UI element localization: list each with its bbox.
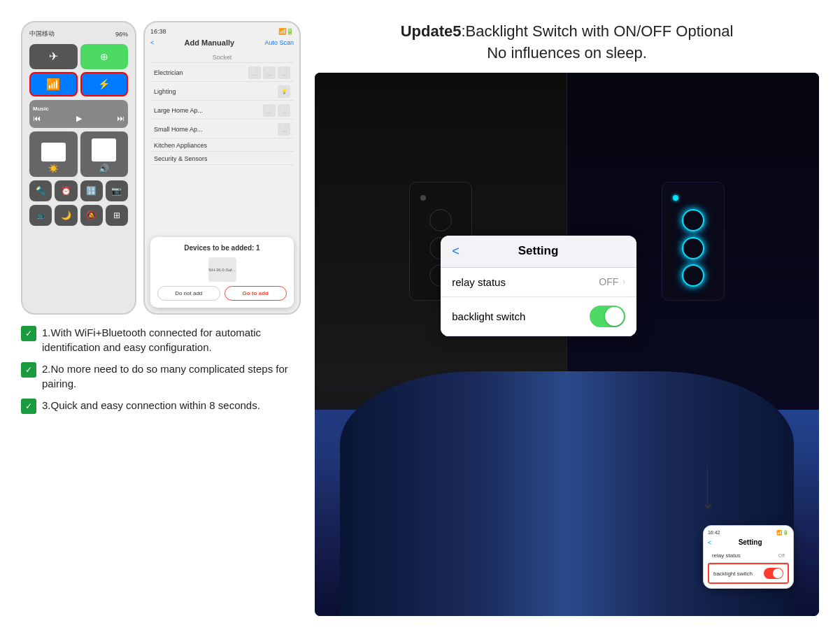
switch-wifi-dot-right	[673, 195, 678, 201]
cat-electrician[interactable]: Electrician ⬜ ⬜ ⬜	[150, 64, 294, 82]
small-phone-status-bar: 16:42 📶🔋	[708, 530, 789, 536]
app-back-btn[interactable]: <	[150, 39, 154, 46]
prev-btn[interactable]: ⏮	[33, 114, 41, 123]
brightness-widget: ☀️	[29, 131, 78, 177]
category-list: Socket Electrician ⬜ ⬜ ⬜ Lighting 💡	[150, 52, 294, 165]
relay-status-text: OFF	[599, 276, 618, 287]
app-time: 16:38	[150, 28, 166, 35]
cat-small-home-label: Small Home Ap...	[154, 126, 203, 133]
setting-back-icon[interactable]: <	[452, 244, 460, 259]
check-icon-3: ✓	[21, 399, 36, 414]
device-icon-1: ⬜	[248, 66, 261, 79]
update-text: :Backlight Switch with ON/OFF Optional	[462, 22, 734, 40]
small-phone: 16:42 📶🔋 < Setting relay status Off back…	[703, 525, 794, 589]
small-backlight-label: backlight switch	[713, 571, 753, 577]
wifi-widget: 📶	[29, 72, 78, 97]
switch-circle-2-right	[682, 237, 704, 259]
add-device-modal: Devices to be added: 1 NH-36.0-Saf... Do…	[150, 237, 294, 308]
hotspot-widget: ⊕	[80, 44, 129, 69]
flashlight-widget: 🔦	[29, 180, 52, 201]
volume-widget: 🔊	[80, 131, 129, 177]
switch-circle-3-right	[682, 264, 704, 287]
feature-text-1: 1.With WiFi+Bluetooth connected for auto…	[42, 325, 301, 355]
switch-device-right	[662, 182, 725, 301]
device-preview: NH-36.0-Saf...	[157, 257, 287, 282]
app-signal: 📶🔋	[278, 28, 294, 35]
next-btn[interactable]: ⏭	[117, 114, 124, 123]
small-relay-row: relay status Off	[708, 549, 789, 563]
clock-widget: ⏰	[55, 180, 77, 201]
feature-list: ✓ 1.With WiFi+Bluetooth connected for au…	[21, 325, 301, 414]
switch-circle-1-right	[682, 209, 704, 231]
small-phone-title: Setting	[711, 538, 789, 546]
main-container: 中国移动 96% ✈ ⊕ 📶 ⚡	[0, 0, 840, 630]
device-icon-6: ⬜	[278, 104, 290, 117]
cat-electrician-label: Electrician	[154, 69, 183, 76]
airplane-widget: ✈	[29, 44, 78, 69]
app-status-bar: 16:38 📶🔋	[150, 28, 294, 35]
device-icon-5: ⬜	[263, 104, 276, 117]
device-box-preview: NH-36.0-Saf...	[208, 257, 236, 282]
screen-mirror-widget: 📺	[29, 205, 52, 226]
setting-modal-title: Setting	[465, 244, 611, 258]
switch-wifi-dot-left	[420, 195, 426, 201]
small-relay-value: Off	[778, 553, 785, 558]
modal-title: Devices to be added: 1	[157, 244, 287, 252]
section-header: Socket	[150, 52, 294, 63]
feature-item-2: ✓ 2.No more need to do so many complicat…	[21, 361, 301, 391]
relay-status-arrow: ›	[622, 277, 625, 287]
header-line2: No influences on sleep.	[487, 44, 647, 62]
device-icon-7: ⬜	[278, 123, 290, 136]
backlight-switch-row[interactable]: backlight switch	[441, 297, 636, 336]
cat-security[interactable]: Security & Sensors	[150, 153, 294, 165]
backlight-toggle[interactable]	[590, 306, 625, 327]
music-label: Music	[33, 106, 49, 112]
do-not-add-btn[interactable]: Do not add	[157, 286, 220, 301]
app-nav-bar: < Add Manually Auto Scan	[150, 38, 294, 47]
check-icon-1: ✓	[21, 326, 36, 341]
small-phone-time: 16:42	[708, 530, 720, 536]
play-btn[interactable]: ▶	[76, 114, 82, 123]
setting-modal: < Setting relay status OFF › backlight s…	[441, 236, 636, 336]
ios-status-bar: 中国移动 96%	[29, 29, 128, 38]
app-scan-btn[interactable]: Auto Scan	[264, 39, 294, 46]
ios-control-center-phone: 中国移动 96% ✈ ⊕ 📶 ⚡	[21, 21, 136, 315]
dnd-widget: 🔕	[80, 205, 103, 226]
small-relay-label: relay status	[712, 552, 741, 559]
update-number: Update5	[401, 22, 462, 40]
cat-kitchen[interactable]: Kitchen Appliances	[150, 140, 294, 152]
relay-status-label: relay status	[452, 276, 506, 288]
cat-security-label: Security & Sensors	[154, 155, 208, 162]
switch-circle-1-left	[429, 209, 452, 231]
go-to-add-btn[interactable]: Go to add	[225, 286, 287, 301]
small-backlight-row: backlight switch	[708, 563, 789, 584]
feature-text-2: 2.No more need to do so many complicated…	[42, 361, 301, 391]
cat-small-home[interactable]: Small Home Ap... ⬜	[150, 121, 294, 138]
cat-lighting[interactable]: Lighting 💡	[150, 83, 294, 101]
left-column: 中国移动 96% ✈ ⊕ 📶 ⚡	[21, 21, 301, 616]
small-backlight-toggle[interactable]	[764, 568, 783, 579]
backlight-switch-label: backlight switch	[452, 310, 525, 322]
bluetooth-widget: ⚡	[80, 72, 129, 97]
feature-item-1: ✓ 1.With WiFi+Bluetooth connected for au…	[21, 325, 301, 355]
small-phone-nav: < Setting	[708, 538, 789, 546]
app-discovery-phone: 16:38 📶🔋 < Add Manually Auto Scan Socket…	[143, 21, 301, 315]
right-image-area: < Setting relay status OFF › backlight s…	[315, 73, 819, 616]
calculator-widget: 🔢	[80, 180, 103, 201]
feature-text-3: 3.Quick and easy connection within 8 sec…	[42, 398, 260, 413]
update-header: Update5:Backlight Switch with ON/OFF Opt…	[315, 21, 819, 64]
app-nav-title: Add Manually	[185, 38, 235, 47]
cat-lighting-label: Lighting	[154, 88, 176, 95]
cat-large-home-label: Large Home Ap...	[154, 107, 203, 114]
camera-widget: 📷	[106, 180, 128, 201]
right-column: Update5:Backlight Switch with ON/OFF Opt…	[315, 21, 819, 616]
check-icon-2: ✓	[21, 362, 36, 378]
relay-status-row[interactable]: relay status OFF ›	[441, 268, 636, 297]
relay-status-value: OFF ›	[599, 276, 625, 287]
focus-widget: 🌙	[55, 205, 77, 226]
setting-modal-header: < Setting	[441, 236, 636, 268]
device-icon-3: ⬜	[278, 66, 290, 79]
carrier-text: 中国移动	[29, 29, 55, 38]
modal-buttons: Do not add Go to add	[157, 286, 287, 301]
cat-large-home[interactable]: Large Home Ap... ⬜ ⬜	[150, 102, 294, 120]
